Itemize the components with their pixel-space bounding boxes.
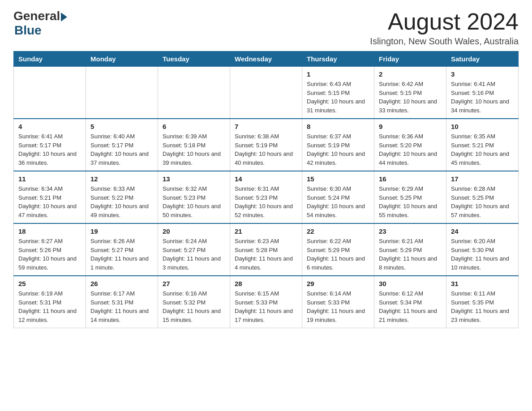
day-number: 11 — [18, 175, 81, 183]
calendar-cell: 25Sunrise: 6:19 AMSunset: 5:31 PMDayligh… — [14, 276, 86, 328]
calendar-cell — [158, 67, 230, 119]
calendar-cell: 28Sunrise: 6:15 AMSunset: 5:33 PMDayligh… — [230, 276, 302, 328]
calendar-week-row: 4Sunrise: 6:41 AMSunset: 5:17 PMDaylight… — [14, 119, 519, 171]
day-info: Sunrise: 6:30 AMSunset: 5:24 PMDaylight:… — [307, 184, 369, 219]
calendar-cell: 24Sunrise: 6:20 AMSunset: 5:30 PMDayligh… — [446, 223, 519, 276]
day-number: 20 — [163, 227, 225, 235]
day-info: Sunrise: 6:15 AMSunset: 5:33 PMDaylight:… — [235, 289, 297, 324]
calendar-cell: 17Sunrise: 6:28 AMSunset: 5:25 PMDayligh… — [446, 171, 519, 223]
calendar-cell: 21Sunrise: 6:23 AMSunset: 5:28 PMDayligh… — [230, 223, 302, 276]
page-header: General Blue August 2024 Islington, New … — [13, 9, 519, 47]
day-number: 15 — [307, 175, 369, 183]
month-title: August 2024 — [370, 9, 519, 34]
calendar-cell: 18Sunrise: 6:27 AMSunset: 5:26 PMDayligh… — [14, 223, 86, 276]
day-number: 22 — [307, 227, 369, 235]
calendar-cell: 1Sunrise: 6:43 AMSunset: 5:15 PMDaylight… — [302, 67, 374, 119]
calendar-cell: 8Sunrise: 6:37 AMSunset: 5:19 PMDaylight… — [302, 119, 374, 171]
day-info: Sunrise: 6:38 AMSunset: 5:19 PMDaylight:… — [235, 132, 297, 167]
calendar-cell — [86, 67, 158, 119]
day-info: Sunrise: 6:41 AMSunset: 5:16 PMDaylight:… — [451, 80, 514, 115]
calendar-cell — [230, 67, 302, 119]
calendar-cell: 6Sunrise: 6:39 AMSunset: 5:18 PMDaylight… — [158, 119, 230, 171]
weekday-header-wednesday: Wednesday — [230, 51, 302, 67]
day-number: 12 — [90, 175, 153, 183]
day-info: Sunrise: 6:24 AMSunset: 5:27 PMDaylight:… — [163, 237, 225, 272]
day-number: 14 — [235, 175, 297, 183]
calendar-week-row: 18Sunrise: 6:27 AMSunset: 5:26 PMDayligh… — [14, 223, 519, 276]
logo-blue-text: Blue — [14, 23, 42, 38]
day-number: 17 — [451, 175, 514, 183]
day-number: 1 — [307, 70, 369, 78]
calendar-cell: 9Sunrise: 6:36 AMSunset: 5:20 PMDaylight… — [374, 119, 446, 171]
weekday-header-friday: Friday — [374, 51, 446, 67]
weekday-header-thursday: Thursday — [302, 51, 374, 67]
day-info: Sunrise: 6:34 AMSunset: 5:21 PMDaylight:… — [18, 184, 81, 219]
day-info: Sunrise: 6:22 AMSunset: 5:29 PMDaylight:… — [307, 237, 369, 272]
calendar-cell: 27Sunrise: 6:16 AMSunset: 5:32 PMDayligh… — [158, 276, 230, 328]
calendar-cell: 31Sunrise: 6:11 AMSunset: 5:35 PMDayligh… — [446, 276, 519, 328]
calendar-cell: 13Sunrise: 6:32 AMSunset: 5:23 PMDayligh… — [158, 171, 230, 223]
day-number: 30 — [379, 280, 442, 287]
day-number: 27 — [163, 280, 225, 287]
day-info: Sunrise: 6:27 AMSunset: 5:26 PMDaylight:… — [18, 237, 81, 272]
calendar-table: SundayMondayTuesdayWednesdayThursdayFrid… — [13, 51, 519, 328]
calendar-cell: 30Sunrise: 6:12 AMSunset: 5:34 PMDayligh… — [374, 276, 446, 328]
calendar-cell: 20Sunrise: 6:24 AMSunset: 5:27 PMDayligh… — [158, 223, 230, 276]
day-number: 23 — [379, 227, 442, 235]
calendar-week-row: 1Sunrise: 6:43 AMSunset: 5:15 PMDaylight… — [14, 67, 519, 119]
day-number: 29 — [307, 280, 369, 287]
calendar-cell: 10Sunrise: 6:35 AMSunset: 5:21 PMDayligh… — [446, 119, 519, 171]
day-number: 8 — [307, 123, 369, 130]
calendar-cell: 23Sunrise: 6:21 AMSunset: 5:29 PMDayligh… — [374, 223, 446, 276]
calendar-week-row: 11Sunrise: 6:34 AMSunset: 5:21 PMDayligh… — [14, 171, 519, 223]
day-number: 16 — [379, 175, 442, 183]
day-info: Sunrise: 6:37 AMSunset: 5:19 PMDaylight:… — [307, 132, 369, 167]
calendar-cell: 3Sunrise: 6:41 AMSunset: 5:16 PMDaylight… — [446, 67, 519, 119]
logo-arrow-icon — [61, 13, 67, 21]
day-info: Sunrise: 6:21 AMSunset: 5:29 PMDaylight:… — [379, 237, 442, 272]
day-info: Sunrise: 6:33 AMSunset: 5:22 PMDaylight:… — [90, 184, 153, 219]
calendar-cell: 26Sunrise: 6:17 AMSunset: 5:31 PMDayligh… — [86, 276, 158, 328]
day-info: Sunrise: 6:19 AMSunset: 5:31 PMDaylight:… — [18, 289, 81, 324]
calendar-cell: 29Sunrise: 6:14 AMSunset: 5:33 PMDayligh… — [302, 276, 374, 328]
day-number: 7 — [235, 123, 297, 130]
day-info: Sunrise: 6:12 AMSunset: 5:34 PMDaylight:… — [379, 289, 442, 324]
day-info: Sunrise: 6:14 AMSunset: 5:33 PMDaylight:… — [307, 289, 369, 324]
calendar-cell: 4Sunrise: 6:41 AMSunset: 5:17 PMDaylight… — [14, 119, 86, 171]
day-number: 18 — [18, 227, 81, 235]
day-number: 19 — [90, 227, 153, 235]
day-info: Sunrise: 6:35 AMSunset: 5:21 PMDaylight:… — [451, 132, 514, 167]
calendar-cell: 19Sunrise: 6:26 AMSunset: 5:27 PMDayligh… — [86, 223, 158, 276]
day-number: 5 — [90, 123, 153, 130]
day-info: Sunrise: 6:20 AMSunset: 5:30 PMDaylight:… — [451, 237, 514, 272]
day-info: Sunrise: 6:28 AMSunset: 5:25 PMDaylight:… — [451, 184, 514, 219]
day-number: 25 — [18, 280, 81, 287]
logo-general-text: General — [13, 9, 60, 23]
day-info: Sunrise: 6:26 AMSunset: 5:27 PMDaylight:… — [90, 237, 153, 272]
day-number: 4 — [18, 123, 81, 130]
calendar-cell: 12Sunrise: 6:33 AMSunset: 5:22 PMDayligh… — [86, 171, 158, 223]
calendar-cell: 22Sunrise: 6:22 AMSunset: 5:29 PMDayligh… — [302, 223, 374, 276]
day-number: 28 — [235, 280, 297, 287]
calendar-cell: 14Sunrise: 6:31 AMSunset: 5:23 PMDayligh… — [230, 171, 302, 223]
weekday-header-tuesday: Tuesday — [158, 51, 230, 67]
weekday-header-monday: Monday — [86, 51, 158, 67]
day-info: Sunrise: 6:31 AMSunset: 5:23 PMDaylight:… — [235, 184, 297, 219]
day-info: Sunrise: 6:16 AMSunset: 5:32 PMDaylight:… — [163, 289, 225, 324]
title-section: August 2024 Islington, New South Wales, … — [370, 9, 519, 47]
day-number: 13 — [163, 175, 225, 183]
day-info: Sunrise: 6:23 AMSunset: 5:28 PMDaylight:… — [235, 237, 297, 272]
weekday-header-row: SundayMondayTuesdayWednesdayThursdayFrid… — [14, 51, 519, 67]
day-number: 3 — [451, 70, 514, 78]
day-info: Sunrise: 6:40 AMSunset: 5:17 PMDaylight:… — [90, 132, 153, 167]
day-number: 31 — [451, 280, 514, 287]
day-number: 26 — [90, 280, 153, 287]
day-number: 21 — [235, 227, 297, 235]
calendar-cell — [14, 67, 86, 119]
day-info: Sunrise: 6:39 AMSunset: 5:18 PMDaylight:… — [163, 132, 225, 167]
day-info: Sunrise: 6:32 AMSunset: 5:23 PMDaylight:… — [163, 184, 225, 219]
day-number: 6 — [163, 123, 225, 130]
day-info: Sunrise: 6:11 AMSunset: 5:35 PMDaylight:… — [451, 289, 514, 324]
weekday-header-sunday: Sunday — [14, 51, 86, 67]
calendar-cell: 7Sunrise: 6:38 AMSunset: 5:19 PMDaylight… — [230, 119, 302, 171]
